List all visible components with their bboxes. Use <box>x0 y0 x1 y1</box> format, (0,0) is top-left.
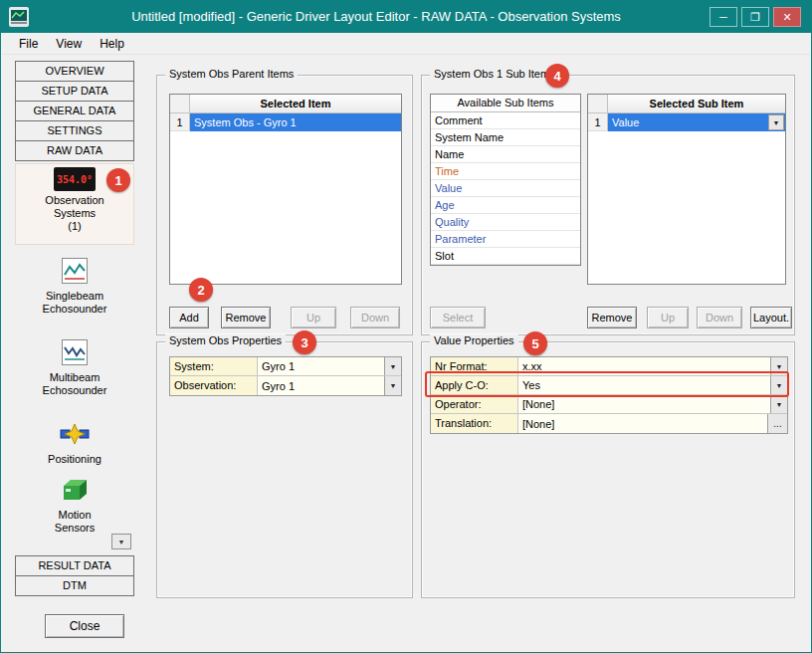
translation-field[interactable]: [None] ... <box>518 414 787 433</box>
minimize-button[interactable]: ─ <box>710 7 737 27</box>
sidebar-item-general-data[interactable]: GENERAL DATA <box>15 101 134 121</box>
close-button[interactable]: Close <box>45 614 124 638</box>
up-button[interactable]: Up <box>291 307 336 328</box>
selected-sub-item[interactable]: Value ▼ <box>608 113 785 131</box>
available-sub-item[interactable]: Slot <box>431 248 580 265</box>
sidebar-item-positioning[interactable]: Positioning <box>15 418 134 474</box>
annotation-circle-3: 3 <box>293 330 316 354</box>
translation-label: Translation: <box>431 414 518 433</box>
close-window-button[interactable]: ✕ <box>773 7 801 27</box>
available-sub-item[interactable]: Time <box>431 163 580 180</box>
select-button[interactable]: Select <box>430 307 486 328</box>
singlebeam-chart-icon <box>62 258 88 287</box>
app-icon <box>9 7 29 27</box>
operator-dropdown[interactable]: [None] ▼ <box>518 395 787 413</box>
remove-button[interactable]: Remove <box>221 307 271 328</box>
available-sub-item[interactable]: Name <box>431 146 580 163</box>
property-row: Operator: [None] ▼ <box>431 395 787 414</box>
property-row: Translation: [None] ... <box>431 414 787 433</box>
group-title-sub-items: System Obs 1 Sub Items <box>430 68 559 80</box>
sidebar-item-motion-sensors[interactable]: Motion Sensors <box>15 474 134 538</box>
menu-bar: File View Help <box>2 33 810 55</box>
sidebar-item-multibeam-echosounder[interactable]: Multibeam Echosounder <box>15 336 134 400</box>
sidebar-item-overview[interactable]: OVERVIEW <box>15 61 134 82</box>
add-button[interactable]: Add <box>169 307 209 328</box>
annotation-circle-2: 2 <box>189 278 213 302</box>
sidebar-item-settings[interactable]: SETTINGS <box>15 120 134 141</box>
system-obs-properties-table: System: Gyro 1 ▼ Observation: Gyro 1 ▼ <box>169 356 402 396</box>
chevron-down-icon[interactable]: ▼ <box>770 395 787 413</box>
row-number: 1 <box>588 113 608 131</box>
sub-items-group: System Obs 1 Sub Items Available Sub Ite… <box>421 75 795 335</box>
available-sub-item[interactable]: System Name <box>431 129 580 146</box>
system-value: Gyro 1 <box>262 360 295 372</box>
sidebar-item-result-data[interactable]: RESULT DATA <box>15 555 134 576</box>
title-bar: Untitled [modified] - Generic Driver Lay… <box>1 1 811 33</box>
sidebar-item-setup-data[interactable]: SETUP DATA <box>15 81 134 102</box>
group-title-parent-items: System Obs Parent Items <box>165 68 298 80</box>
chevron-down-icon[interactable]: ▼ <box>384 376 401 395</box>
sidebar-item-raw-data[interactable]: RAW DATA <box>15 140 134 161</box>
layout-button[interactable]: Layout. <box>750 307 792 328</box>
available-sub-items-header: Available Sub Items <box>431 95 580 112</box>
device-label-line: Observation <box>45 194 103 207</box>
menu-help[interactable]: Help <box>91 35 133 53</box>
menu-file[interactable]: File <box>10 35 47 53</box>
device-label-line: (1) <box>68 220 81 233</box>
operator-label: Operator: <box>431 395 518 413</box>
available-sub-item[interactable]: Comment <box>431 112 580 129</box>
observation-value: Gyro 1 <box>262 380 295 392</box>
up-sub-button[interactable]: Up <box>647 307 689 328</box>
chevron-down-icon[interactable]: ▼ <box>768 114 784 130</box>
system-dropdown[interactable]: Gyro 1 ▼ <box>258 357 401 375</box>
device-label-line: Echosounder <box>43 303 107 316</box>
available-sub-items-list: Available Sub Items Comment System Name … <box>430 94 581 266</box>
maximize-button[interactable]: ❐ <box>741 7 769 27</box>
observation-dropdown[interactable]: Gyro 1 ▼ <box>258 376 401 395</box>
motion-sensor-icon <box>60 477 90 506</box>
table-corner-cell <box>170 95 190 113</box>
available-sub-item[interactable]: Value <box>431 180 580 197</box>
annotation-circle-1: 1 <box>106 168 130 192</box>
down-sub-button[interactable]: Down <box>697 307 742 328</box>
ellipsis-button[interactable]: ... <box>767 414 787 433</box>
sidebar-item-singlebeam-echosounder[interactable]: Singlebeam Echosounder <box>15 255 134 319</box>
chevron-down-icon[interactable]: ▼ <box>384 357 401 375</box>
device-label-line: Singlebeam <box>46 290 103 303</box>
parent-items-table: Selected Item 1 System Obs - Gyro 1 <box>169 94 402 285</box>
translation-value: [None] <box>522 418 554 430</box>
available-sub-item[interactable]: Parameter <box>431 231 580 248</box>
system-label: System: <box>170 357 258 375</box>
led-display-icon: 354.0° <box>54 167 96 191</box>
device-label-line: Systems <box>54 207 96 220</box>
window-title: Untitled [modified] - Generic Driver Lay… <box>61 1 692 33</box>
window-controls: ─ ❐ ✕ <box>710 7 801 27</box>
selected-parent-item[interactable]: System Obs - Gyro 1 <box>190 113 401 131</box>
remove-sub-button[interactable]: Remove <box>587 307 637 328</box>
parent-items-column-header: Selected Item <box>190 95 401 113</box>
table-corner-cell <box>588 95 608 113</box>
table-row[interactable]: 1 System Obs - Gyro 1 <box>170 113 401 131</box>
group-title-system-obs-properties: System Obs Properties <box>165 334 286 346</box>
multibeam-chart-icon <box>62 339 88 368</box>
sidebar-item-dtm[interactable]: DTM <box>15 575 134 596</box>
device-label-line: Echosounder <box>43 384 107 397</box>
menu-view[interactable]: View <box>47 35 91 53</box>
available-sub-item[interactable]: Age <box>431 197 580 214</box>
dialog-window: Untitled [modified] - Generic Driver Lay… <box>0 0 812 653</box>
row-number: 1 <box>170 113 190 131</box>
device-label-line: Sensors <box>55 522 95 535</box>
observation-label: Observation: <box>170 376 258 395</box>
satellite-icon <box>60 421 90 450</box>
operator-value: [None] <box>522 398 554 410</box>
group-title-value-properties: Value Properties <box>430 334 518 346</box>
device-label-line: Multibeam <box>50 371 101 384</box>
annotation-circle-5: 5 <box>523 331 547 355</box>
available-sub-item[interactable]: Quality <box>431 214 580 231</box>
scroll-down-button[interactable]: ▼ <box>111 534 131 549</box>
device-label-line: Motion <box>58 509 91 522</box>
annotation-circle-4: 4 <box>545 64 569 88</box>
property-row: Observation: Gyro 1 ▼ <box>170 376 401 395</box>
table-row[interactable]: 1 Value ▼ <box>588 113 785 131</box>
down-button[interactable]: Down <box>350 307 400 328</box>
